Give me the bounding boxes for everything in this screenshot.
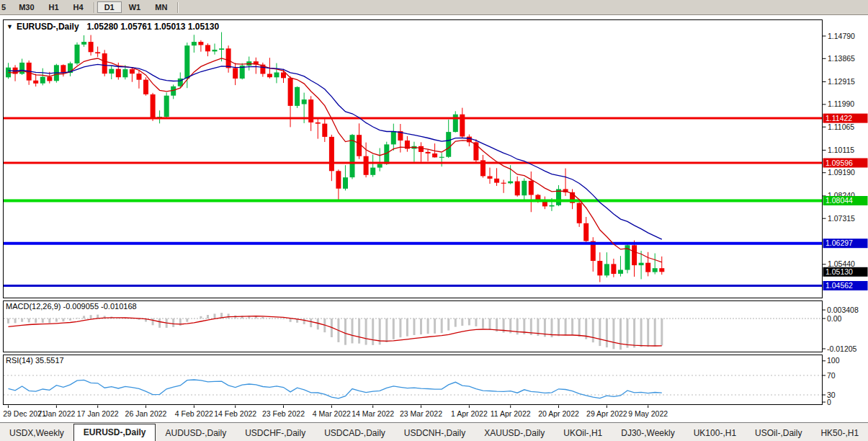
tab-ukoil-h1[interactable]: UKOil-,H1 xyxy=(554,426,612,441)
svg-text:0.00: 0.00 xyxy=(827,314,842,323)
svg-text:70: 70 xyxy=(827,371,836,380)
chart-symbol-label: EURUSD-,Daily xyxy=(17,22,79,32)
svg-text:11 Apr 2022: 11 Apr 2022 xyxy=(491,409,531,418)
price-panel xyxy=(4,20,823,298)
tab-audusd-daily[interactable]: AUDUSD-,Daily xyxy=(156,426,236,441)
svg-text:-0.01205: -0.01205 xyxy=(827,344,857,353)
svg-text:1.09190: 1.09190 xyxy=(828,168,855,177)
tab-xauusd-daily[interactable]: XAUUSD-,Daily xyxy=(475,426,554,441)
svg-text:1.05130: 1.05130 xyxy=(826,267,853,276)
svg-text:1.09596: 1.09596 xyxy=(826,159,853,167)
timeframe-button-m30[interactable]: M30 xyxy=(12,1,41,13)
symbol-dropdown-icon: ▼ xyxy=(6,23,13,30)
svg-text:0: 0 xyxy=(827,398,831,406)
timeframe-button-5[interactable]: 5 xyxy=(0,1,12,13)
tab-uk100-h1[interactable]: UK100-,H1 xyxy=(684,426,746,441)
current-price-badge: 1.05130 xyxy=(823,267,868,277)
svg-text:9 May 2022: 9 May 2022 xyxy=(628,409,668,418)
tab-usdx-weekly[interactable]: USDX,Weekly xyxy=(0,426,73,441)
svg-text:1.08044: 1.08044 xyxy=(826,196,853,205)
chart-ohlc-values: 1.05280 1.05761 1.05013 1.05130 xyxy=(87,22,220,32)
date-axis: 29 Dec 20217 Jan 202217 Jan 202226 Jan 2… xyxy=(3,406,668,418)
svg-text:1.06297: 1.06297 xyxy=(826,239,853,247)
tab-usoil-daily[interactable]: USOil-,Daily xyxy=(746,426,811,441)
svg-text:1.11422: 1.11422 xyxy=(826,114,852,122)
tab-dj30-weekly[interactable]: DJ30-,Weekly xyxy=(612,426,684,441)
price-badge-1-09596: 1.09596 xyxy=(823,159,868,168)
svg-text:1.04562: 1.04562 xyxy=(826,281,853,290)
price-badge-1-11422: 1.11422 xyxy=(823,114,868,123)
svg-text:0.003408: 0.003408 xyxy=(827,306,859,314)
svg-text:1.07315: 1.07315 xyxy=(828,214,855,223)
price-badge-1-06297: 1.06297 xyxy=(823,239,868,248)
svg-text:1.14790: 1.14790 xyxy=(828,32,855,40)
tab-usdcnh-daily[interactable]: USDCNH-,Daily xyxy=(395,426,475,441)
svg-text:7 Jan 2022: 7 Jan 2022 xyxy=(37,409,75,418)
chart-canvas[interactable]: 1.147901.138651.129151.119901.110651.101… xyxy=(0,0,868,441)
price-badge-1-08044: 1.08044 xyxy=(823,196,868,205)
price-axis: 1.147901.138651.129151.119901.110651.101… xyxy=(823,32,855,269)
toolbar-separator xyxy=(177,2,178,13)
toolbar-separator xyxy=(94,2,94,13)
price-badge-1-04562: 1.04562 xyxy=(823,281,868,290)
chart-title: ▼EURUSD-,Daily1.05280 1.05761 1.05013 1.… xyxy=(6,22,219,32)
svg-text:26 Jan 2022: 26 Jan 2022 xyxy=(125,409,167,418)
symbol-tab-bar: USDX,WeeklyEURUSD-,DailyAUDUSD-,DailyUSD… xyxy=(0,422,868,441)
timeframe-button-h1[interactable]: H1 xyxy=(42,1,66,13)
svg-text:29 Apr 2022: 29 Apr 2022 xyxy=(586,409,627,418)
svg-text:23 Mar 2022: 23 Mar 2022 xyxy=(400,409,442,418)
svg-text:23 Feb 2022: 23 Feb 2022 xyxy=(262,409,305,418)
tab-usdcad-daily[interactable]: USDCAD-,Daily xyxy=(315,426,395,441)
svg-text:1 Apr 2022: 1 Apr 2022 xyxy=(451,409,488,418)
tab-hk50-h1[interactable]: HK50-,H1 xyxy=(811,426,868,441)
timeframe-toolbar: 5M30H1H4D1W1MN xyxy=(0,0,868,15)
timeframe-button-w1[interactable]: W1 xyxy=(122,1,148,13)
tab-usdchf-daily[interactable]: USDCHF-,Daily xyxy=(236,426,315,441)
svg-text:1.10115: 1.10115 xyxy=(828,146,854,154)
timeframe-button-mn[interactable]: MN xyxy=(148,1,174,13)
macd-indicator-label: MACD(12,26,9) -0.009055 -0.010168 xyxy=(6,302,137,311)
tab-eurusd-daily[interactable]: EURUSD-,Daily xyxy=(73,424,156,441)
timeframe-button-d1[interactable]: D1 xyxy=(97,1,122,13)
timeframe-button-h4[interactable]: H4 xyxy=(66,1,91,13)
indicator-axis: 0.0034080.00-0.0120510070300 xyxy=(823,306,859,406)
svg-text:14 Feb 2022: 14 Feb 2022 xyxy=(214,409,256,418)
svg-text:14 Mar 2022: 14 Mar 2022 xyxy=(352,409,394,418)
rsi-indicator-label: RSI(14) 35.5517 xyxy=(6,356,64,365)
rsi-panel xyxy=(4,355,823,405)
svg-text:1.13865: 1.13865 xyxy=(828,54,855,63)
svg-text:1.11065: 1.11065 xyxy=(828,122,854,131)
svg-text:4 Feb 2022: 4 Feb 2022 xyxy=(175,409,213,418)
svg-text:100: 100 xyxy=(827,356,840,365)
svg-text:4 Mar 2022: 4 Mar 2022 xyxy=(313,409,351,418)
svg-text:1.12915: 1.12915 xyxy=(828,77,855,86)
trading-platform-window: 5M30H1H4D1W1MN 1.147901.138651.129151.11… xyxy=(0,0,868,441)
svg-text:20 Apr 2022: 20 Apr 2022 xyxy=(538,409,579,418)
svg-text:1.11990: 1.11990 xyxy=(828,99,854,108)
svg-text:17 Jan 2022: 17 Jan 2022 xyxy=(77,409,119,418)
